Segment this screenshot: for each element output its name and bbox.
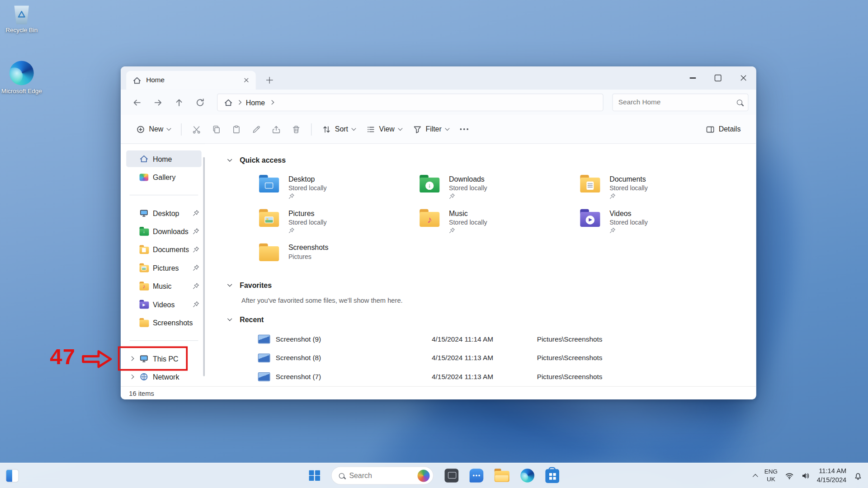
address-bar[interactable]: Home [217, 94, 604, 111]
up-button[interactable] [170, 94, 189, 111]
breadcrumb-home[interactable]: Home [246, 98, 265, 106]
sidebar-item-videos[interactable]: ▶ Videos [126, 296, 202, 313]
share-button[interactable] [266, 119, 286, 139]
language-region: UK [764, 475, 778, 483]
language-indicator[interactable]: ENG UK [764, 468, 778, 483]
back-button[interactable] [127, 94, 146, 111]
quick-access-item-documents[interactable]: Documents Stored locally [580, 174, 741, 203]
taskbar-search-input[interactable] [349, 471, 412, 479]
recent-file-row[interactable]: Screenshot (7) 4/15/2024 11:13 AM Pictur… [258, 367, 743, 386]
pin-icon [193, 210, 199, 216]
sidebar-label: Videos [153, 300, 189, 308]
expand-chevron-icon[interactable] [128, 375, 135, 378]
sidebar-item-gallery[interactable]: Gallery [126, 169, 202, 185]
music-folder-icon: ♪ [139, 282, 149, 290]
store-button[interactable] [545, 468, 559, 483]
sidebar-item-screenshots[interactable]: Screenshots [126, 314, 202, 331]
sidebar-item-network[interactable]: Network [126, 369, 202, 385]
filter-button[interactable]: Filter [407, 119, 454, 139]
maximize-button[interactable] [705, 66, 731, 89]
hidden-icons-chevron[interactable] [752, 474, 758, 479]
file-name: Screenshot (7) [276, 373, 432, 380]
delete-button[interactable] [286, 119, 306, 139]
new-button[interactable]: New [131, 119, 176, 139]
chevron-down-icon [445, 126, 449, 131]
quick-access-item-desktop[interactable]: Desktop Stored locally [259, 174, 420, 203]
language-code: ENG [764, 468, 778, 475]
share-icon [272, 125, 281, 134]
forward-button[interactable] [148, 94, 167, 111]
edge-icon [9, 61, 34, 85]
quick-access-item-music[interactable]: Music Stored locally [420, 208, 580, 238]
pin-icon [288, 227, 294, 233]
sidebar-scrollbar[interactable] [203, 157, 205, 376]
close-button[interactable] [731, 66, 756, 89]
more-options-button[interactable] [454, 119, 474, 139]
explorer-search-box[interactable] [612, 94, 748, 111]
taskbar-search-box[interactable] [331, 466, 434, 484]
date: 4/15/2024 [817, 475, 846, 484]
view-button[interactable]: View [361, 119, 407, 139]
clock[interactable]: 11:14 AM 4/15/2024 [817, 467, 846, 484]
file-path: Pictures\Screenshots [537, 354, 743, 362]
recent-file-row[interactable]: Screenshot (8) 4/15/2024 11:13 AM Pictur… [258, 348, 743, 367]
explorer-search-input[interactable] [618, 99, 732, 106]
sort-button[interactable]: Sort [316, 119, 361, 139]
section-header-recent[interactable]: Recent [228, 313, 743, 325]
sidebar-item-music[interactable]: ♪ Music [126, 278, 202, 295]
quick-access-item-videos[interactable]: Videos Stored locally [580, 208, 741, 238]
desktop-icon-recycle-bin[interactable]: Recycle Bin [0, 5, 43, 33]
file-explorer-button[interactable] [494, 469, 509, 482]
volume-button[interactable] [801, 471, 810, 480]
desktop-icon-microsoft-edge[interactable]: Microsoft Edge [0, 61, 43, 94]
network-button[interactable] [785, 471, 794, 480]
quick-access-item-downloads[interactable]: Downloads Stored locally [420, 174, 580, 203]
pin-icon [449, 193, 455, 199]
sidebar-item-documents[interactable]: Documents [126, 241, 202, 258]
sidebar-separator [130, 340, 198, 341]
sidebar-item-home[interactable]: Home [126, 150, 202, 167]
sidebar-item-downloads[interactable]: ↓ Downloads [126, 223, 202, 239]
chevron-down-icon [351, 126, 356, 131]
item-title: Documents [609, 175, 648, 183]
chevron-down-icon [166, 126, 171, 131]
minimize-button[interactable] [680, 66, 705, 89]
section-header-favorites[interactable]: Favorites [228, 279, 743, 291]
paste-button[interactable] [226, 119, 246, 139]
recent-file-row[interactable]: Screenshot (9) 4/15/2024 11:14 AM Pictur… [258, 330, 743, 349]
favorites-empty-text: After you've favorited some files, we'll… [241, 296, 743, 304]
quick-access-item-screenshots[interactable]: Screenshots Pictures [259, 242, 420, 272]
screenshot-thumbnail [258, 353, 270, 362]
chat-button[interactable] [469, 469, 483, 483]
tab-close-icon[interactable] [241, 75, 251, 85]
copy-button[interactable] [207, 119, 226, 139]
new-tab-button[interactable] [264, 74, 276, 86]
recycle-bin-icon [13, 5, 30, 24]
pin-icon [193, 246, 199, 253]
microsoft-store-icon [545, 469, 559, 483]
details-button[interactable]: Details [700, 119, 746, 139]
item-title: Downloads [449, 175, 487, 183]
task-view-button[interactable] [444, 469, 458, 483]
chevron-down-icon[interactable] [227, 316, 232, 320]
start-button[interactable] [309, 470, 320, 481]
pin-icon [193, 264, 199, 271]
sidebar-item-pictures[interactable]: Pictures [126, 259, 202, 276]
edge-button[interactable] [520, 469, 534, 483]
sidebar-label: Screenshots [153, 319, 199, 327]
cut-button[interactable] [187, 119, 207, 139]
chevron-down-icon[interactable] [227, 157, 232, 161]
screenshot-thumbnail [258, 372, 270, 381]
section-header-quick-access[interactable]: Quick access [228, 154, 743, 166]
item-title: Music [449, 209, 487, 217]
quick-access-item-pictures[interactable]: Pictures Stored locally [259, 208, 420, 238]
tab-home[interactable]: Home [126, 71, 256, 90]
widgets-icon[interactable] [6, 469, 18, 482]
wifi-icon [785, 471, 794, 480]
chevron-down-icon[interactable] [227, 282, 232, 286]
notifications-button[interactable] [854, 471, 863, 480]
rename-button[interactable] [246, 119, 266, 139]
sidebar-item-desktop[interactable]: Desktop [126, 205, 202, 221]
chat-icon [469, 469, 483, 483]
refresh-button[interactable] [190, 94, 209, 111]
